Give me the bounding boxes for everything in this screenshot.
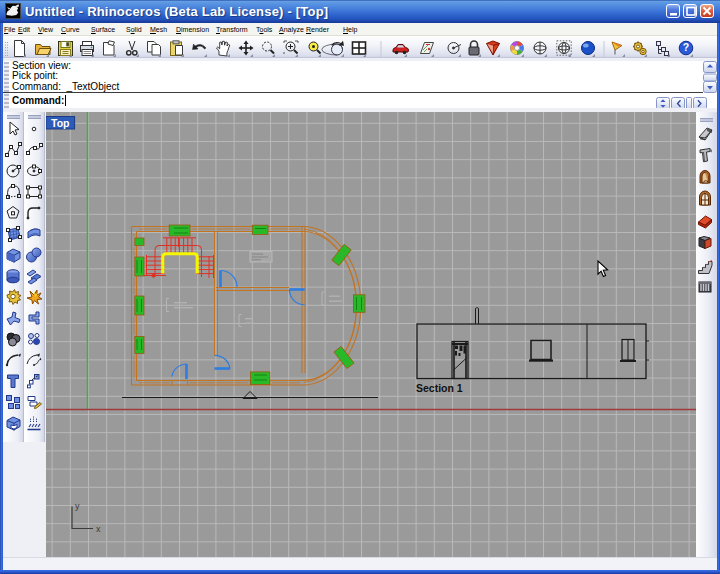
svg-text:Top: Top <box>51 117 69 129</box>
svg-text:x: x <box>96 524 101 534</box>
svg-text:?: ? <box>683 41 689 53</box>
svg-text:y: y <box>75 501 80 511</box>
svg-text:Section 1: Section 1 <box>416 382 463 394</box>
